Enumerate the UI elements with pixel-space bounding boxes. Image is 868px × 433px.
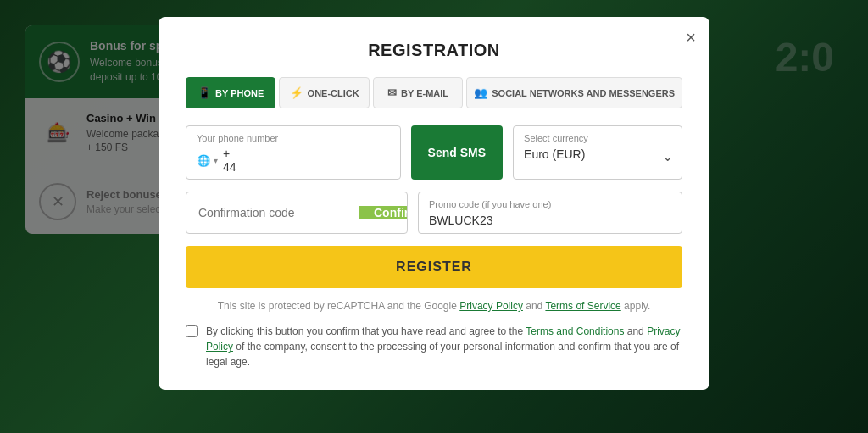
phone-input[interactable] (242, 153, 390, 167)
flag-selector[interactable]: 🌐 ▾ (197, 154, 218, 167)
tab-phone-label: BY PHONE (215, 88, 264, 98)
promo-label: Promo code (if you have one) (429, 199, 671, 209)
promo-code-input[interactable] (429, 214, 671, 227)
terms-of-service-link[interactable]: Terms of Service (545, 300, 620, 312)
privacy-policy-link[interactable]: Privacy Policy (459, 300, 523, 312)
registration-modal: × REGISTRATION 📱 BY PHONE ⚡ ONE-CLICK ✉ … (159, 17, 709, 390)
currency-label: Select currency (524, 133, 671, 143)
flag-icon: 🌐 (197, 154, 210, 167)
confirmation-input-wrapper: Confirm (186, 192, 408, 234)
tab-email-label: BY E-MAIL (401, 88, 448, 98)
oneclick-tab-icon: ⚡ (290, 86, 303, 99)
registration-tabs: 📱 BY PHONE ⚡ ONE-CLICK ✉ BY E-MAIL 👥 SOC… (186, 77, 682, 108)
terms-conditions-link[interactable]: Terms and Conditions (526, 325, 624, 337)
recaptcha-text: This site is protected by reCAPTCHA and … (186, 300, 682, 312)
terms-checkbox[interactable] (186, 325, 198, 337)
modal-overlay: × REGISTRATION 📱 BY PHONE ⚡ ONE-CLICK ✉ … (0, 0, 868, 433)
modal-title: REGISTRATION (186, 41, 682, 60)
terms-row: By clicking this button you confirm that… (186, 324, 682, 369)
confirm-button[interactable]: Confirm (359, 206, 408, 219)
currency-select[interactable]: Euro (EUR) USD (USD) GBP (GBP) (524, 147, 671, 161)
tab-social[interactable]: 👥 SOCIAL NETWORKS AND MESSENGERS (466, 77, 682, 108)
email-tab-icon: ✉ (387, 86, 397, 99)
phone-input-group: Your phone number 🌐 ▾ + 44 (186, 125, 401, 180)
phone-label: Your phone number (197, 133, 390, 143)
tab-by-email[interactable]: ✉ BY E-MAIL (373, 77, 463, 108)
send-sms-button[interactable]: Send SMS (411, 125, 503, 180)
phone-input-wrapper: 🌐 ▾ + 44 (197, 147, 390, 174)
tab-social-label: SOCIAL NETWORKS AND MESSENGERS (492, 88, 675, 98)
chevron-down-icon: ▾ (214, 156, 218, 165)
tab-oneclick-label: ONE-CLICK (308, 88, 359, 98)
tab-by-phone[interactable]: 📱 BY PHONE (186, 77, 275, 108)
social-tab-icon: 👥 (474, 86, 487, 99)
phone-tab-icon: 📱 (198, 86, 211, 99)
terms-text: By clicking this button you confirm that… (206, 324, 682, 369)
currency-select-group: Select currency Euro (EUR) USD (USD) GBP… (513, 125, 682, 180)
tab-one-click[interactable]: ⚡ ONE-CLICK (279, 77, 369, 108)
close-button[interactable]: × (686, 29, 696, 46)
phone-prefix: + 44 (223, 147, 236, 174)
phone-currency-row: Your phone number 🌐 ▾ + 44 Send SMS Sele… (186, 125, 682, 180)
confirm-promo-row: Confirm Promo code (if you have one) (186, 192, 682, 234)
confirmation-code-input[interactable] (186, 193, 359, 232)
register-button[interactable]: REGISTER (186, 246, 682, 288)
promo-input-group: Promo code (if you have one) (418, 192, 682, 234)
